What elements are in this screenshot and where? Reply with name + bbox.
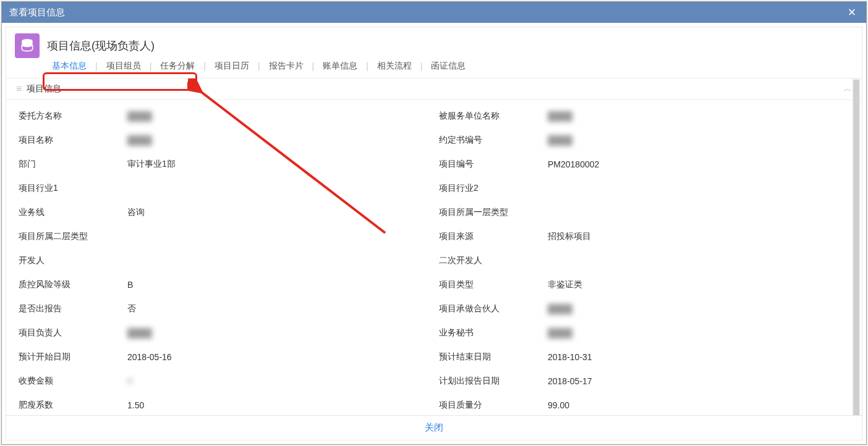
form-row: 预计结束日期2018-10-31 (434, 345, 854, 369)
form-row: 质控风险等级B (14, 272, 434, 297)
field-label: 项目所属一层类型 (439, 207, 548, 218)
field-label: 收费金额 (19, 376, 127, 387)
scrollbar-thumb[interactable] (853, 80, 859, 415)
field-value: 非鉴证类 (548, 279, 849, 290)
field-value: 招投标项目 (548, 231, 849, 242)
section-title: 项目信息 (27, 83, 61, 95)
field-value: 1.50 (127, 400, 429, 410)
form-row: 部门审计事业1部 (14, 152, 434, 176)
content-panel: 项目信息(现场负责人) 基本信息|项目组员|任务分解|项目日历|报告卡片|账单信… (6, 27, 862, 440)
page-header: 项目信息(现场负责人) (6, 27, 862, 59)
form-row: 计划出报告日期2018-05-17 (434, 369, 854, 393)
field-label: 预计开始日期 (19, 351, 127, 363)
field-label: 约定书编号 (439, 135, 548, 146)
close-icon[interactable]: × (844, 4, 860, 20)
form-row: 项目行业1 (14, 176, 434, 200)
field-value: PM20180002 (548, 159, 849, 169)
tab-separator: | (307, 61, 320, 71)
modal-content: 项目信息(现场负责人) 基本信息|项目组员|任务分解|项目日历|报告卡片|账单信… (2, 23, 866, 444)
field-value: 否 (127, 303, 429, 314)
modal-view-project: 查看项目信息 × 项目信息(现场负责人) 基本信息|项目组员|任务分解|项目日历… (1, 1, 867, 445)
form-row: 项目名称████ (14, 128, 434, 152)
svg-point-1 (22, 39, 32, 43)
tab-separator: | (145, 61, 157, 71)
field-label: 项目质量分 (439, 400, 548, 411)
form-row: 项目质量分99.00 (434, 393, 854, 415)
form-row: 开发人 (14, 248, 434, 272)
tab-3[interactable]: 项目日历 (211, 59, 253, 73)
tab-4[interactable]: 报告卡片 (265, 59, 307, 73)
field-label: 项目负责人 (19, 327, 127, 339)
tab-2[interactable]: 任务分解 (156, 59, 198, 73)
tab-separator: | (90, 61, 103, 71)
form-row: 业务线咨询 (14, 200, 434, 224)
tab-7[interactable]: 函证信息 (427, 59, 469, 73)
tab-separator: | (415, 61, 428, 71)
field-value: ████ (548, 111, 849, 121)
tab-1[interactable]: 项目组员 (103, 59, 145, 73)
field-value: ████ (548, 304, 849, 314)
close-button-label: 关闭 (425, 422, 443, 432)
form-row: 项目所属一层类型 (434, 200, 854, 224)
tab-separator: | (198, 61, 211, 71)
form-row: 是否出报告否 (14, 297, 434, 321)
field-label: 部门 (19, 159, 127, 170)
field-label: 二次开发人 (439, 255, 548, 266)
field-value: B (127, 280, 429, 290)
form-row: 项目所属二层类型 (14, 224, 434, 248)
tab-0[interactable]: 基本信息 (48, 59, 90, 73)
form-row: 二次开发人 (434, 248, 854, 272)
field-value: 2018-05-17 (548, 376, 849, 386)
form-row: 项目类型非鉴证类 (434, 272, 854, 297)
field-value: ████ (127, 328, 429, 338)
field-value: ████ (548, 135, 849, 145)
list-icon: ≡ (16, 84, 22, 94)
field-label: 项目名称 (19, 135, 127, 146)
tab-separator: | (253, 61, 265, 71)
form-grid: 委托方名称████被服务单位名称████项目名称████约定书编号████部门审… (6, 100, 862, 415)
tab-5[interactable]: 账单信息 (319, 59, 361, 73)
form-row: 项目承做合伙人████ (434, 297, 854, 321)
field-label: 项目类型 (439, 279, 548, 290)
field-label: 项目来源 (439, 231, 548, 242)
field-label: 项目承做合伙人 (439, 303, 548, 314)
field-label: 开发人 (19, 255, 127, 266)
chevron-up-icon[interactable]: ︿ (843, 83, 852, 95)
scrollbar[interactable] (852, 78, 861, 415)
field-value: ████ (127, 111, 429, 121)
field-label: 计划出报告日期 (439, 376, 548, 387)
field-label: 肥瘦系数 (19, 400, 127, 411)
form-row: 项目负责人████ (14, 321, 434, 345)
form-row: 约定书编号████ (434, 128, 854, 152)
field-label: 被服务单位名称 (439, 111, 548, 122)
form-row: 被服务单位名称████ (434, 104, 854, 128)
section-body: ≡ 项目信息 ︿ 委托方名称████被服务单位名称████项目名称████约定书… (6, 78, 862, 415)
field-label: 业务秘书 (439, 327, 548, 339)
form-row: 委托方名称████ (14, 104, 434, 128)
form-row: 收费金额8 (14, 369, 434, 393)
field-value: 8 (127, 376, 429, 386)
form-row: 业务秘书████ (434, 321, 854, 345)
field-label: 委托方名称 (19, 111, 127, 122)
field-label: 项目行业2 (439, 183, 548, 194)
field-value: 咨询 (127, 207, 429, 218)
tabs-row: 基本信息|项目组员|任务分解|项目日历|报告卡片|账单信息|相关流程|函证信息 (6, 59, 862, 78)
field-label: 质控风险等级 (19, 279, 127, 290)
tab-6[interactable]: 相关流程 (373, 59, 415, 73)
close-button[interactable]: 关闭 (6, 415, 862, 440)
form-row: 肥瘦系数1.50 (14, 393, 434, 415)
field-value: 审计事业1部 (127, 159, 429, 170)
field-value: 99.00 (548, 400, 849, 410)
section-header[interactable]: ≡ 项目信息 ︿ (6, 78, 862, 100)
form-row: 预计开始日期2018-05-16 (14, 345, 434, 369)
database-icon (15, 33, 40, 58)
field-label: 项目行业1 (19, 183, 127, 194)
tab-separator: | (361, 61, 373, 71)
field-label: 业务线 (19, 207, 127, 218)
form-row: 项目来源招投标项目 (434, 224, 854, 248)
field-label: 项目所属二层类型 (19, 231, 127, 242)
field-label: 预计结束日期 (439, 351, 548, 363)
modal-titlebar: 查看项目信息 × (2, 2, 866, 23)
form-row: 项目编号PM20180002 (434, 152, 854, 176)
form-row: 项目行业2 (434, 176, 854, 200)
